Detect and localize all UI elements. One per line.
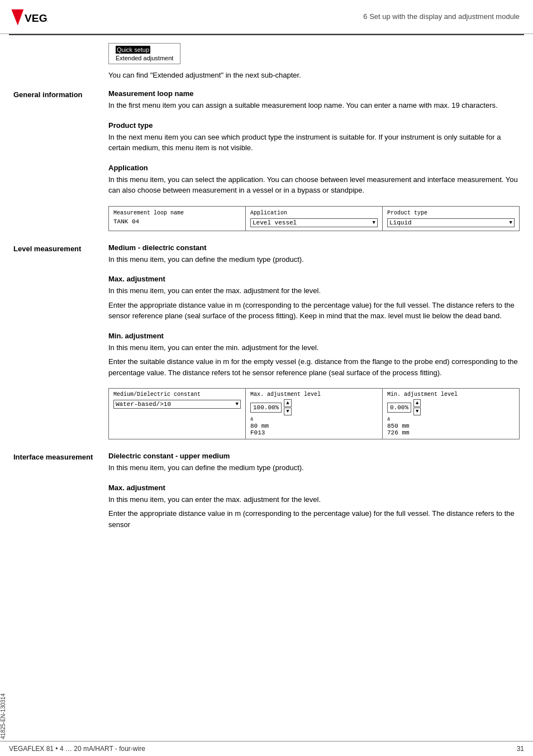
vega-logo: VEGA [9,7,48,29]
bw-max-code: F013 [250,429,378,436]
bw-col-medium: Medium/Dielectric constant Water-based/>… [109,389,246,439]
bw-col-min: Min. adjustment level 0.00% ▲ ▼ ≙ 850 mm [383,389,519,439]
widget-product-type-value: Liquid [389,219,412,226]
max-adjustment-body2: Enter the appropriate distance value in … [108,300,520,322]
bw-min-percent-value: 0.00% [390,404,408,411]
level-measurement-section: Level measurement Medium - dielectric co… [13,243,520,444]
medium-dielectric-title: Medium - dielectric constant [108,243,520,252]
product-type-section: Product type In the next menu item you c… [108,121,520,154]
level-measurement-widget: Medium/Dielectric constant Water-based/>… [108,388,520,439]
bw-medium-arrow-icon: ▼ [236,401,239,407]
bw-min-sub: 726 mm [387,429,515,436]
dielectric-upper-title: Dielectric constant - upper medium [108,452,520,460]
level-measurement-content: Medium - dielectric constant In this men… [108,243,520,444]
widget-loop-name-value: TANK 04 [113,218,241,225]
max-adjustment-title: Max. adjustment [108,275,520,283]
interface-max-adjustment-section: Max. adjustment In this menu item, you c… [108,484,520,530]
document-id: 41825-EN-130314 [0,693,8,739]
footer-page: 31 [517,745,524,753]
widget-loop-name-label: Measurement loop name [113,210,241,216]
interface-max-body2: Enter the appropriate distance value in … [108,508,520,530]
interface-measurement-sidebar: Interface measurement [13,452,108,540]
max-adjustment-body1: In this menu item, you can enter the max… [108,285,520,296]
interface-max-body1: In this menu item, you can enter the max… [108,494,520,505]
general-info-sidebar: General information [13,89,108,236]
widget-product-type-select[interactable]: Liquid ▼ [387,218,515,227]
interface-max-adjustment-title: Max. adjustment [108,484,520,492]
bw-max-mm: 80 mm [250,423,378,429]
medium-dielectric-section: Medium - dielectric constant In this men… [108,243,520,265]
interface-measurement-section: Interface measurement Dielectric constan… [13,452,520,540]
quick-setup-line2: Extended adjustment [116,55,173,61]
bw-medium-label: Medium/Dielectric constant [113,391,241,398]
interface-measurement-content: Dielectric constant - upper medium In th… [108,452,520,540]
page: VEGA 6 Set up with the display and adjus… [0,0,533,756]
measurement-loop-section: Measurement loop name In the first menu … [108,89,520,111]
bw-max-percent-value: 100.00% [253,404,279,411]
widget-col-application: Application Level vessel ▼ [246,207,383,231]
medium-dielectric-body: In this menu item, you can define the me… [108,254,520,265]
general-info-widget: Measurement loop name TANK 04 Applicatio… [108,206,520,231]
widget-col-product-type: Product type Liquid ▼ [383,207,519,231]
widget-product-type-label: Product type [387,210,515,216]
bw-max-up-button[interactable]: ▲ [284,399,291,407]
bw-medium-select[interactable]: Water-based/>10 ▼ [113,400,241,409]
footer-product: VEGAFLEX 81 • 4 … 20 mA/HART - four-wire [9,745,145,753]
level-measurement-sidebar: Level measurement [13,243,108,444]
general-info-label: General information [13,88,83,99]
bw-max-down-button[interactable]: ▼ [284,408,291,415]
min-adjustment-body1: In this menu item, you can enter the min… [108,342,520,353]
dielectric-upper-section: Dielectric constant - upper medium In th… [108,452,520,473]
bw-max-percent-input[interactable]: 100.00% [250,403,282,413]
bw-medium-value: Water-based/>10 [116,401,171,408]
svg-text:VEGA: VEGA [25,12,48,24]
widget-app-value: Level vessel [253,219,297,226]
general-information-section: General information Measurement loop nam… [13,89,520,236]
interface-measurement-label: Interface measurement [13,451,93,461]
min-adjustment-section: Min. adjustment In this menu item, you c… [108,332,520,379]
bw-min-up-button[interactable]: ▲ [413,399,421,407]
bw-min-label: Min. adjustment level [387,391,515,398]
product-type-body: In the next menu item you can see which … [108,132,520,154]
max-adjustment-section: Max. adjustment In this menu item, you c… [108,275,520,322]
widget-col-loop-name: Measurement loop name TANK 04 [109,207,246,231]
svg-marker-0 [11,9,23,26]
intro-text: You can find "Extended adjustment" in th… [108,71,520,79]
chapter-title: 6 Set up with the display and adjustment… [363,12,520,21]
min-adjustment-title: Min. adjustment [108,332,520,340]
bw-min-down-button[interactable]: ▼ [413,408,421,415]
bw-max-approx-icon: ≙ [250,417,378,423]
quick-setup-widget: Quick setup Extended adjustment [108,43,180,64]
widget-app-select[interactable]: Level vessel ▼ [250,218,378,227]
application-section: Application In this menu item, you can s… [108,164,520,196]
dielectric-upper-body: In this menu item, you can define the me… [108,462,520,473]
measurement-loop-title: Measurement loop name [108,89,520,98]
bw-min-approx-icon: ≙ [387,417,515,423]
footer: VEGAFLEX 81 • 4 … 20 mA/HART - four-wire… [0,741,533,756]
header: VEGA 6 Set up with the display and adjus… [0,0,533,34]
widget-app-arrow-icon: ▼ [373,220,375,226]
quick-setup-line1: Quick setup [116,46,150,54]
widget-app-label: Application [250,210,378,216]
application-body: In this menu item, you can select the ap… [108,174,520,196]
bw-min-percent-input[interactable]: 0.00% [387,403,411,413]
bw-max-label: Max. adjustment level [250,391,378,398]
bw-max-input-row: 100.00% ▲ ▼ [250,399,378,415]
measurement-loop-body: In the first menu item you can assign a … [108,100,520,111]
general-info-content: Measurement loop name In the first menu … [108,89,520,236]
level-measurement-label: Level measurement [13,242,81,253]
bw-min-input-row: 0.00% ▲ ▼ [387,399,515,415]
bw-min-mm: 850 mm [387,423,515,429]
application-title: Application [108,164,520,172]
bw-col-max: Max. adjustment level 100.00% ▲ ▼ ≙ 80 m… [246,389,383,439]
product-type-title: Product type [108,121,520,130]
widget-product-type-arrow-icon: ▼ [510,220,512,226]
min-adjustment-body2: Enter the suitable distance value in m f… [108,356,520,378]
